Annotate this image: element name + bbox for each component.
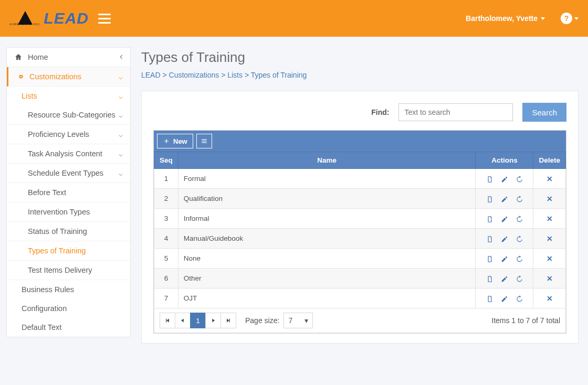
list-menu-button[interactable]	[196, 134, 212, 148]
chevron-down-icon	[119, 169, 123, 177]
delete-icon[interactable]: ✕	[547, 175, 553, 183]
view-icon[interactable]	[486, 274, 494, 283]
sidebar-item-proficiency-levels[interactable]: Proficiency Levels	[7, 125, 130, 144]
pager-last[interactable]	[220, 313, 236, 328]
chevron-down-icon	[119, 150, 123, 158]
delete-icon[interactable]: ✕	[547, 274, 553, 283]
delete-icon[interactable]: ✕	[547, 215, 553, 223]
sidebar-item-before-text[interactable]: Before Text	[7, 183, 130, 202]
cell-seq: 5	[154, 249, 178, 269]
brand-text: LEAD	[44, 9, 89, 27]
sidebar-item-resource-sub-categories[interactable]: Resource Sub-Categories	[7, 105, 130, 125]
sidebar-item-label: Customizations	[29, 72, 81, 81]
history-icon[interactable]	[516, 214, 523, 223]
sidebar-item-business-rules[interactable]: Business Rules	[7, 280, 130, 299]
edit-icon[interactable]	[501, 294, 508, 303]
new-button[interactable]: New	[157, 134, 193, 148]
view-icon[interactable]	[486, 254, 494, 263]
edit-icon[interactable]	[501, 274, 508, 283]
cell-name: Informal	[178, 209, 476, 229]
sidebar-item-task-analysis-content[interactable]: Task Analysis Content	[7, 144, 130, 164]
view-icon[interactable]	[486, 234, 494, 243]
cell-actions	[476, 288, 533, 308]
page-size-value: 7	[288, 316, 292, 325]
history-icon[interactable]	[516, 234, 523, 243]
top-bar: AIMEREON, INC. LEAD Bartholomew, Yvette …	[0, 0, 588, 37]
sidebar-item-configuration[interactable]: Configuration	[7, 299, 130, 318]
view-icon[interactable]	[486, 294, 494, 303]
delete-icon[interactable]: ✕	[547, 195, 553, 203]
cell-delete: ✕	[533, 249, 566, 269]
sidebar-item-label: Lists	[22, 92, 37, 100]
cell-actions	[476, 249, 533, 269]
delete-icon[interactable]: ✕	[547, 294, 553, 303]
cell-delete: ✕	[533, 229, 566, 249]
col-header-name[interactable]: Name	[178, 152, 476, 169]
sidebar-item-label: Resource Sub-Categories	[28, 111, 116, 119]
history-icon[interactable]	[516, 294, 523, 303]
help-menu[interactable]: ?	[561, 13, 579, 24]
cell-actions	[476, 209, 533, 229]
sidebar-item-default-text[interactable]: Default Text	[7, 318, 130, 337]
data-table: New Seq Name Actions Delete	[153, 130, 566, 334]
cell-actions	[476, 189, 533, 209]
view-icon[interactable]	[486, 214, 494, 223]
search-bar: Find: Search	[153, 103, 566, 122]
pager-next[interactable]	[205, 313, 221, 328]
history-icon[interactable]	[516, 174, 523, 183]
edit-icon[interactable]	[501, 254, 508, 263]
sidebar-item-label: Before Text	[28, 188, 66, 197]
menu-toggle[interactable]	[98, 10, 114, 26]
page-size-select[interactable]: 7 ▾	[284, 313, 313, 328]
cell-actions	[476, 169, 533, 189]
col-header-seq[interactable]: Seq	[154, 152, 178, 169]
edit-icon[interactable]	[501, 174, 508, 183]
sidebar-item-status-of-training[interactable]: Status of Training	[7, 222, 130, 241]
sidebar-item-label: Task Analysis Content	[28, 149, 102, 158]
cell-seq: 6	[154, 269, 178, 288]
cell-name: Qualification	[178, 189, 476, 209]
chevron-down-icon	[119, 111, 123, 119]
cell-delete: ✕	[533, 189, 566, 209]
caret-down-icon	[541, 17, 545, 20]
table-row: 1Formal✕	[154, 169, 566, 189]
sidebar-item-types-of-training[interactable]: Types of Training	[7, 241, 130, 261]
edit-icon[interactable]	[501, 194, 508, 203]
view-icon[interactable]	[486, 194, 494, 203]
view-icon[interactable]	[486, 174, 494, 183]
sidebar-item-label: Home	[28, 53, 48, 61]
sidebar-item-lists[interactable]: Lists	[7, 87, 130, 105]
sidebar-item-test-items-delivery[interactable]: Test Items Delivery	[7, 261, 130, 280]
user-name: Bartholomew, Yvette	[466, 14, 538, 23]
history-icon[interactable]	[516, 194, 523, 203]
cell-delete: ✕	[533, 288, 566, 308]
sidebar-item-intervention-types[interactable]: Intervention Types	[7, 202, 130, 222]
breadcrumb-item[interactable]: Customizations	[169, 71, 219, 79]
sidebar-item-home[interactable]: Home	[7, 48, 130, 67]
history-icon[interactable]	[516, 274, 523, 283]
cell-actions	[476, 269, 533, 288]
breadcrumb: LEAD > Customizations > Lists > Types of…	[141, 71, 579, 79]
history-icon[interactable]	[516, 254, 523, 263]
edit-icon[interactable]	[501, 234, 508, 243]
cell-name: OJT	[178, 288, 476, 308]
pager-page-current[interactable]: 1	[190, 313, 206, 328]
pager-prev[interactable]	[175, 313, 191, 328]
search-button[interactable]: Search	[522, 103, 566, 122]
cell-actions	[476, 229, 533, 249]
sidebar-item-schedule-event-types[interactable]: Schedule Event Types	[7, 164, 130, 183]
search-input[interactable]	[398, 103, 513, 121]
brand-logo: AIMEREON, INC. LEAD	[9, 5, 89, 31]
gears-icon	[16, 72, 24, 81]
caret-down-icon	[574, 17, 579, 20]
breadcrumb-item[interactable]: Lists	[227, 71, 243, 79]
edit-icon[interactable]	[501, 214, 508, 223]
user-menu[interactable]: Bartholomew, Yvette	[466, 14, 545, 23]
breadcrumb-item[interactable]: Types of Training	[251, 71, 307, 79]
sidebar-item-customizations[interactable]: Customizations	[7, 67, 130, 87]
delete-icon[interactable]: ✕	[547, 234, 553, 243]
pager-status: Items 1 to 7 of 7 total	[491, 316, 560, 325]
breadcrumb-item[interactable]: LEAD	[141, 71, 161, 79]
pager-first[interactable]	[160, 313, 175, 328]
delete-icon[interactable]: ✕	[547, 254, 553, 263]
